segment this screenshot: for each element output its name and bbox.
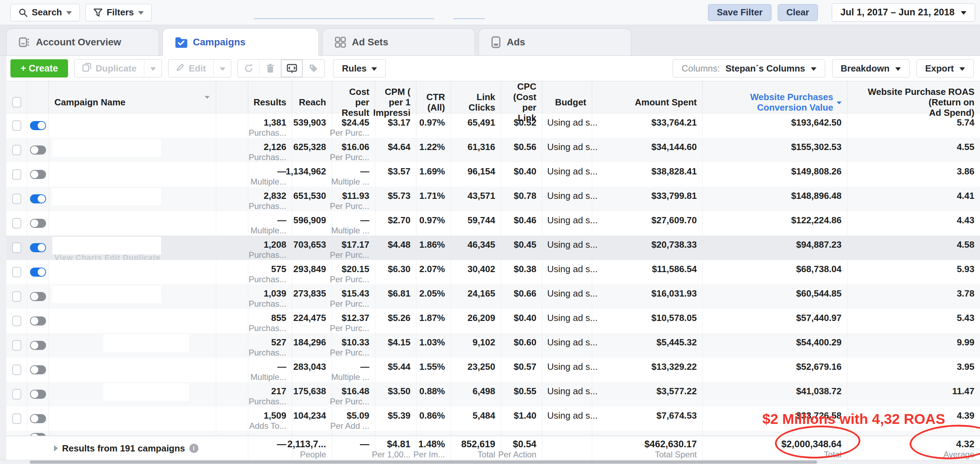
campaign-toggle[interactable] xyxy=(30,414,46,423)
filters-button[interactable]: Filters xyxy=(86,4,152,21)
duplicate-dropdown[interactable] xyxy=(144,60,161,77)
campaign-toggle[interactable] xyxy=(30,390,46,399)
scrollbar-thumb[interactable] xyxy=(30,461,817,464)
create-button[interactable]: + Create xyxy=(11,59,68,77)
columns-button[interactable]: Columns: Stepan´s Columns xyxy=(673,59,825,77)
row-checkbox[interactable] xyxy=(12,389,21,399)
tag-icon[interactable] xyxy=(303,60,325,77)
table-row[interactable]: —Multiple... 596,909 —Multiple ... $2.70… xyxy=(6,211,980,236)
table-row[interactable]: 1,381Purchas... 539,903 $24.45Per Purc..… xyxy=(6,113,980,138)
duplicate-button[interactable]: Duplicate xyxy=(75,60,144,77)
row-checkbox-cell xyxy=(6,211,27,236)
campaign-toggle[interactable] xyxy=(30,433,46,436)
rules-button[interactable]: Rules xyxy=(333,59,386,77)
row-checkbox[interactable] xyxy=(12,218,21,228)
row-toggle-cell xyxy=(27,333,49,357)
cpc-cell: $0.46 xyxy=(501,211,542,236)
clear-filter-button[interactable]: Clear xyxy=(778,4,818,21)
campaign-toggle[interactable] xyxy=(30,219,46,228)
table-row[interactable]: —Multiple... 283,043 —Multiple ... $5.44… xyxy=(6,357,980,382)
campaign-toggle[interactable] xyxy=(30,145,46,155)
save-filter-button[interactable]: Save Filter xyxy=(708,4,772,21)
campaign-name-cell[interactable] xyxy=(49,113,216,138)
campaign-name-cell[interactable] xyxy=(49,382,216,407)
table-row[interactable]: 1,039Purchas... 273,835 $15.43Per Purc..… xyxy=(6,284,980,309)
campaign-name-cell[interactable] xyxy=(49,284,216,309)
campaign-toggle[interactable] xyxy=(30,243,46,252)
row-toggle-cell xyxy=(27,309,49,333)
tab-ads[interactable]: Ads xyxy=(479,28,631,56)
ads-icon xyxy=(491,36,501,48)
export-button[interactable]: Export xyxy=(916,59,974,77)
campaign-name-cell[interactable]: l xyxy=(49,162,216,187)
ab-test-icon[interactable] xyxy=(281,60,303,77)
row-toggle-cell xyxy=(27,382,49,407)
campaign-toggle[interactable] xyxy=(30,341,46,350)
breakdown-button[interactable]: Breakdown xyxy=(832,59,910,77)
campaign-toggle[interactable] xyxy=(30,268,46,277)
table-row[interactable]: M 2,832Purchas... 651,530 $11.93Per Purc… xyxy=(6,187,980,211)
campaign-toggle[interactable] xyxy=(30,292,46,301)
row-checkbox[interactable] xyxy=(12,242,21,253)
info-icon[interactable] xyxy=(189,444,199,453)
tab-label: Ad Sets xyxy=(352,37,388,48)
row-checkbox[interactable] xyxy=(12,413,21,424)
row-checkbox[interactable] xyxy=(12,194,21,204)
campaign-name-cell[interactable]: M xyxy=(49,187,216,211)
cost-per-result-cell: $10.33Per Purc... xyxy=(332,333,375,357)
row-checkbox[interactable] xyxy=(12,169,21,180)
campaign-name-cell[interactable] xyxy=(49,211,216,236)
summary-link-clicks: 852,619Total xyxy=(451,436,501,461)
cpc-cell: $0.45 xyxy=(501,236,542,260)
tab-account-overview[interactable]: Account Overview xyxy=(6,28,159,56)
cpm-cell: $4.64 xyxy=(375,138,417,162)
spacer-cell xyxy=(216,309,248,333)
row-checkbox[interactable] xyxy=(12,145,21,155)
edit-dropdown[interactable] xyxy=(213,60,231,77)
table-row[interactable]: 575Purchas... 293,849 $20.15Per Purc... … xyxy=(6,260,980,284)
tab-ad-sets[interactable]: Ad Sets xyxy=(322,28,475,56)
tab-campaigns[interactable]: Campaigns xyxy=(162,28,319,56)
budget-cell: Using ad s... xyxy=(542,407,592,431)
row-checkbox[interactable] xyxy=(12,291,21,302)
select-all-checkbox[interactable] xyxy=(12,97,21,107)
campaign-toggle[interactable] xyxy=(30,365,46,374)
row-toggle-cell xyxy=(27,236,49,260)
table-row[interactable]: 855Purchas... 224,475 $12.37Per Purc... … xyxy=(6,309,980,333)
row-checkbox[interactable] xyxy=(12,267,21,277)
summary-reach: 2,113,7...People xyxy=(292,436,332,461)
campaign-name-cell[interactable]: View Charts Edit Duplicate xyxy=(49,236,216,260)
campaign-name-cell[interactable] xyxy=(49,357,216,382)
table-row[interactable]: 527Purchas... 184,296 $10.33Per Purc... … xyxy=(6,333,980,357)
campaign-name-cell[interactable] xyxy=(49,407,216,431)
campaign-toggle[interactable] xyxy=(30,195,46,203)
results-cell: 527Purchas... xyxy=(248,333,292,357)
search-button[interactable]: Search xyxy=(11,4,80,21)
row-checkbox[interactable] xyxy=(12,365,21,375)
edit-button[interactable]: Edit xyxy=(169,60,213,77)
row-checkbox-cell xyxy=(6,309,27,333)
toggle-knob xyxy=(31,220,38,227)
campaign-name-cell[interactable] xyxy=(49,309,216,333)
campaign-name-cell[interactable] xyxy=(49,260,216,284)
table-row[interactable]: View Charts Edit Duplicate 1,208Purchas.… xyxy=(6,236,980,260)
row-checkbox[interactable] xyxy=(12,316,21,326)
table-row[interactable]: l —Multiple... 1,134,962 —Multiple ... $… xyxy=(6,162,980,187)
tab-label: Account Overview xyxy=(36,37,121,48)
campaign-toggle[interactable] xyxy=(30,316,46,325)
expand-arrow-icon[interactable] xyxy=(54,445,58,451)
trash-icon[interactable] xyxy=(259,60,281,77)
refresh-icon[interactable] xyxy=(238,60,259,77)
campaign-toggle[interactable] xyxy=(30,121,46,130)
row-checkbox[interactable] xyxy=(12,120,21,131)
table-row[interactable]: 217Purchas... 175,638 $16.48Per Purc... … xyxy=(6,382,980,407)
campaign-name-cell[interactable] xyxy=(49,333,216,357)
date-range-picker[interactable]: Jul 1, 2017 – Jun 21, 2018 xyxy=(832,3,975,22)
row-checkbox[interactable] xyxy=(12,340,21,351)
campaign-toggle[interactable] xyxy=(30,170,46,179)
table-row[interactable]: 2,126Purchas... 625,328 $16.06Per Purc..… xyxy=(6,138,980,162)
amount-spent-cell: $38,828.41 xyxy=(592,162,703,187)
reach-cell: 224,475 xyxy=(292,309,332,333)
campaign-name-cell[interactable] xyxy=(49,138,216,162)
row-hover-actions[interactable]: View Charts Edit Duplicate xyxy=(54,253,161,260)
